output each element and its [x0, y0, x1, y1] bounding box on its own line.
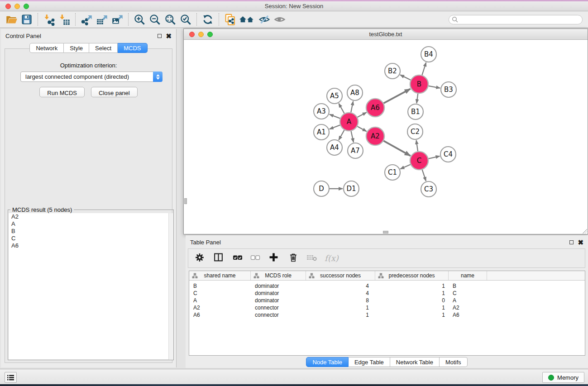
node-B4[interactable]: B4: [421, 47, 436, 62]
tab-network-table[interactable]: Network Table: [390, 357, 440, 367]
duplicate-network-button[interactable]: [222, 13, 238, 26]
tab-mcds[interactable]: MCDS: [118, 43, 147, 53]
table-row[interactable]: Bdominator41B: [189, 282, 585, 290]
table-cell[interactable]: A: [449, 297, 487, 304]
save-session-button[interactable]: [19, 13, 34, 26]
node-A[interactable]: A: [340, 113, 358, 131]
table-row[interactable]: A2connector11A2: [189, 304, 585, 311]
canvas-horizontal-scroll-thumb[interactable]: [383, 231, 388, 234]
tab-node-table[interactable]: Node Table: [306, 357, 349, 367]
table-cell[interactable]: 8: [306, 297, 375, 304]
tab-motifs[interactable]: Motifs: [440, 357, 468, 367]
column-header-shared-name[interactable]: shared name: [189, 271, 251, 280]
network-window-titlebar[interactable]: testGlobe.txt: [184, 29, 588, 40]
edge-A6-B[interactable]: [384, 89, 411, 103]
edge-A2-C[interactable]: [383, 141, 410, 156]
mcds-result-item[interactable]: C: [9, 235, 173, 242]
column-header-name[interactable]: name: [449, 271, 487, 280]
edge-A-A1[interactable]: [330, 125, 340, 129]
function-builder-button[interactable]: f(x): [325, 253, 339, 263]
memory-button[interactable]: Memory: [542, 372, 584, 383]
mcds-result-item[interactable]: A2: [9, 213, 173, 220]
table-cell[interactable]: 0: [375, 297, 449, 304]
import-network-button[interactable]: [41, 13, 57, 26]
mcds-result-item[interactable]: B: [9, 228, 173, 235]
network-close-button[interactable]: [189, 32, 195, 37]
export-network-button[interactable]: [79, 13, 94, 26]
close-panel-icon[interactable]: ✖: [578, 240, 583, 244]
zoom-out-button[interactable]: [147, 13, 163, 26]
node-A2[interactable]: A2: [366, 127, 384, 145]
search-input[interactable]: [449, 15, 583, 24]
delete-entry-button[interactable]: [288, 253, 298, 264]
export-table-button[interactable]: [94, 13, 110, 26]
task-history-button[interactable]: [5, 372, 17, 383]
edge-C-C1[interactable]: [400, 164, 410, 169]
edge-A-A7[interactable]: [351, 131, 353, 143]
edge-C-C3[interactable]: [422, 170, 426, 181]
export-image-button[interactable]: [110, 13, 125, 26]
node-D[interactable]: D: [314, 181, 329, 196]
node-A6[interactable]: A6: [366, 99, 384, 117]
window-resize-grip[interactable]: [581, 228, 587, 234]
close-window-button[interactable]: [5, 4, 11, 9]
add-entry-button[interactable]: [268, 252, 279, 264]
tab-style[interactable]: Style: [64, 43, 89, 53]
table-cell[interactable]: 1: [306, 311, 375, 319]
edge-A-A6[interactable]: [358, 112, 367, 117]
result-scrollbar[interactable]: [168, 213, 173, 360]
edge-A-A8[interactable]: [351, 101, 353, 113]
table-cell[interactable]: connector: [251, 304, 306, 311]
table-cell[interactable]: 1: [375, 304, 449, 311]
network-zoom-button[interactable]: [207, 32, 213, 37]
edge-C-C2[interactable]: [416, 140, 418, 151]
node-C1[interactable]: C1: [385, 165, 400, 180]
table-cell[interactable]: A6: [189, 311, 251, 319]
table-cell[interactable]: 4: [306, 290, 375, 297]
node-A7[interactable]: A7: [348, 143, 363, 158]
mcds-result-item[interactable]: A: [9, 220, 173, 228]
table-cell[interactable]: B: [189, 282, 251, 290]
close-panel-icon[interactable]: ✖: [166, 34, 172, 38]
table-cell[interactable]: dominator: [251, 282, 306, 290]
node-C2[interactable]: C2: [407, 124, 423, 139]
table-cell[interactable]: dominator: [251, 290, 306, 297]
edge-B-B2[interactable]: [400, 75, 411, 80]
open-session-button[interactable]: [4, 13, 19, 26]
edge-A-A3[interactable]: [330, 114, 340, 119]
node-C3[interactable]: C3: [421, 181, 436, 197]
run-mcds-button[interactable]: Run MCDS: [39, 87, 85, 97]
node-A8[interactable]: A8: [347, 85, 363, 100]
import-table-button[interactable]: [57, 13, 72, 26]
table-cell[interactable]: C: [189, 290, 251, 297]
edge-B-B1[interactable]: [416, 94, 418, 103]
table-cell[interactable]: 1: [375, 282, 449, 290]
edge-B-B3[interactable]: [429, 86, 440, 88]
table-cell[interactable]: C: [449, 290, 487, 297]
column-header-predecessor-nodes[interactable]: predecessor nodes: [375, 271, 449, 280]
table-cell[interactable]: 1: [375, 290, 449, 297]
column-header-mcds-role[interactable]: MCDS role: [251, 271, 306, 280]
unselect-all-button[interactable]: [250, 253, 261, 264]
edge-B-B4[interactable]: [422, 62, 426, 75]
mcds-result-item[interactable]: A6: [9, 242, 173, 249]
table-options-button[interactable]: [195, 253, 205, 264]
table-cell[interactable]: dominator: [251, 297, 306, 304]
table-cell[interactable]: 1: [375, 311, 449, 319]
float-panel-icon[interactable]: [158, 34, 162, 38]
tab-edge-table[interactable]: Edge Table: [349, 357, 390, 367]
node-A1[interactable]: A1: [314, 124, 329, 140]
hide-panels-button[interactable]: [257, 13, 272, 26]
node-C[interactable]: C: [410, 152, 428, 170]
node-A5[interactable]: A5: [327, 88, 342, 104]
table-cell[interactable]: A: [189, 297, 251, 304]
show-panels-button[interactable]: [272, 13, 287, 26]
table-cell[interactable]: 4: [306, 282, 375, 290]
close-panel-button[interactable]: Close panel: [91, 87, 138, 97]
table-row[interactable]: A6connector11A6: [189, 311, 585, 319]
node-B1[interactable]: B1: [408, 104, 423, 119]
edge-C-C4[interactable]: [429, 156, 440, 158]
table-cell[interactable]: B: [449, 282, 487, 290]
table-cell[interactable]: A2: [189, 304, 251, 311]
node-D1[interactable]: D1: [344, 181, 359, 196]
